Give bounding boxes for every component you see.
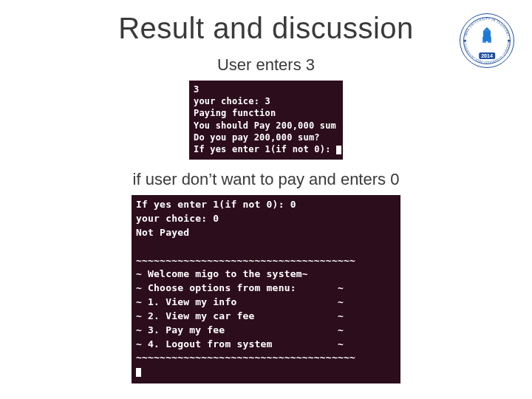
terminal-screenshot-1: 3 your choice: 3 Paying function You sho… — [189, 81, 343, 160]
logo-building-icon — [479, 31, 495, 49]
caption-2: if user don’t want to pay and enters 0 — [0, 170, 532, 189]
logo-year: 2014 — [479, 52, 495, 59]
terminal-screenshot-2: If yes enter 1(if not 0): 0 your choice:… — [132, 195, 400, 383]
caption-1: User enters 3 — [0, 55, 532, 75]
slide-title: Result and discussion — [0, 12, 532, 45]
university-logo: INHA UNIVERSITY IN TASHKENT TOSHKENT SHA… — [460, 13, 514, 68]
